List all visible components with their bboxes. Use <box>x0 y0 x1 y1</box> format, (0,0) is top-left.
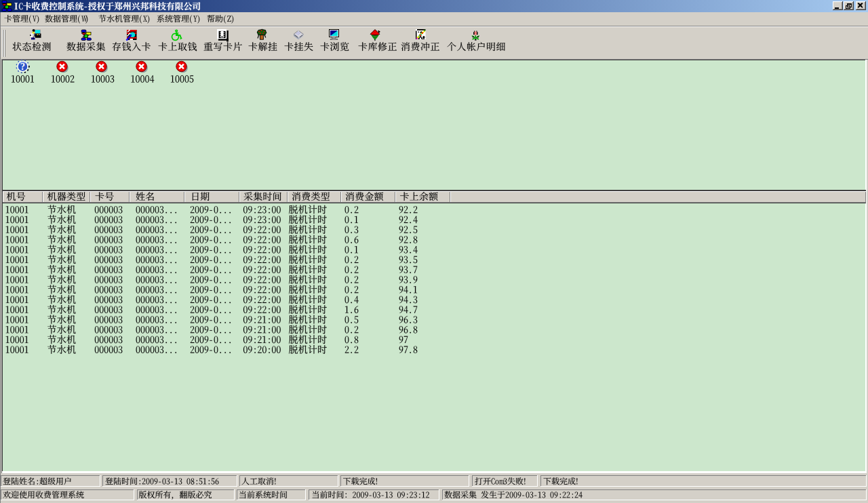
svg-text:?: ? <box>20 62 25 72</box>
